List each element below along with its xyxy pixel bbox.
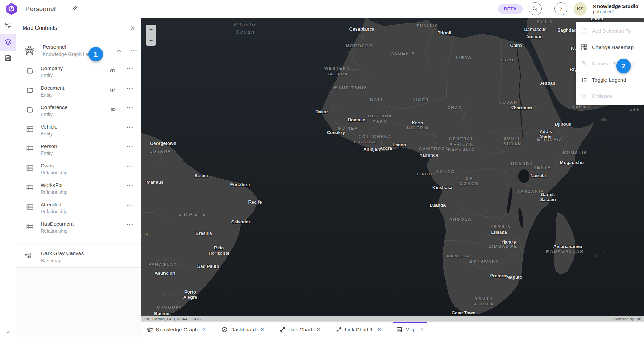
polygon-entity-icon <box>26 86 34 94</box>
map-view[interactable]: Atlantic OceanSeaCasablancaTripoliDamasc… <box>141 18 644 321</box>
layer-options-icon[interactable]: ●●● <box>127 165 133 167</box>
country-label: ALGERIA <box>391 51 415 56</box>
link-chart-icon <box>279 327 285 332</box>
layer-options-icon[interactable]: ●●● <box>127 145 133 148</box>
country-label: CENTRAL AFRICAN REPUBLIC <box>448 136 475 153</box>
layer-options-icon[interactable]: ●●● <box>127 204 133 206</box>
layer-row[interactable]: OwnsRelationship●●● <box>16 160 141 179</box>
layer-options-icon[interactable]: ●●● <box>127 87 133 89</box>
layer-subtitle: Relationship <box>41 170 67 176</box>
country-label: GUINEA <box>338 126 358 131</box>
ocean-label: Sea <box>629 106 640 113</box>
tab-close-icon[interactable]: ✕ <box>260 327 264 332</box>
layer-row[interactable]: ConferenceEntity●●● <box>16 101 141 121</box>
layer-subtitle: Relationship <box>41 209 67 215</box>
basemap-row[interactable]: Dark Gray Canvas Basemap <box>16 246 141 267</box>
layer-options-icon[interactable]: ●●● <box>127 126 133 128</box>
country-label: MOROCCO <box>346 43 373 49</box>
country-label: BOTSWANA <box>469 259 499 264</box>
tab-link-chart-1[interactable]: Link Chart 1✕ <box>336 322 381 337</box>
city-label: Dakar <box>315 109 328 114</box>
city-label: Addis Ababa <box>539 129 553 139</box>
city-label: Lusaka <box>491 230 507 235</box>
country-label: DR CONGO <box>460 176 479 187</box>
help-button[interactable]: ? <box>554 2 567 15</box>
layer-row[interactable]: AttendedRelationship●●● <box>16 199 141 218</box>
table-entity-icon <box>26 125 34 133</box>
tab-close-icon[interactable]: ✕ <box>420 327 424 332</box>
city-label: Mogadishu <box>560 160 584 165</box>
country-label: PARAGUAY <box>148 262 177 268</box>
panel-title: Map Contents <box>23 25 57 31</box>
layer-options-icon[interactable]: ●●● <box>127 106 133 109</box>
collapse-caret-icon[interactable] <box>117 47 121 54</box>
city-label: Brasilia <box>196 231 212 236</box>
city-label: Abidjan <box>363 147 380 152</box>
attribution-sources: Esri, Garmin, FAO, NOAA, USGS <box>144 317 201 321</box>
visibility-eye-icon[interactable] <box>109 87 116 95</box>
city-label: Recife <box>248 199 262 205</box>
table-entity-icon <box>26 203 34 211</box>
layer-options-icon[interactable]: ●●● <box>127 67 133 70</box>
menu-item-add-selection-to: Add Selection To <box>576 23 644 39</box>
map-labels-layer: Atlantic OceanSeaCasablancaTripoliDamasc… <box>141 18 644 321</box>
user-info[interactable]: Knowledge Studio publisher2 <box>593 3 638 14</box>
link-chart-icon <box>336 327 342 332</box>
user-org-name: Knowledge Studio <box>593 3 638 9</box>
tab-label: Knowledge Graph <box>156 327 198 332</box>
layer-row[interactable]: DocumentEntity●●● <box>16 82 141 101</box>
tab-close-icon[interactable]: ✕ <box>377 327 381 332</box>
layer-subtitle: Entity <box>41 73 63 79</box>
country-label: IVIA <box>141 232 149 237</box>
city-label: Luanda <box>430 203 446 208</box>
visibility-eye-icon[interactable] <box>109 106 116 114</box>
rail-item-save-tool[interactable] <box>0 51 16 67</box>
zoom-out-button[interactable]: − <box>146 35 156 46</box>
city-label: Sao Paulo <box>197 264 219 269</box>
menu-item-collapse: Collapse <box>576 88 644 104</box>
tab-map[interactable]: Map✕ <box>396 322 424 337</box>
tab-dashboard[interactable]: Dashboard✕ <box>221 322 264 337</box>
edit-title-icon[interactable] <box>71 5 78 13</box>
avatar[interactable]: KS <box>574 2 587 16</box>
tab-close-icon[interactable]: ✕ <box>317 327 321 332</box>
city-label: Pretoria <box>490 273 507 278</box>
rail-item-link-chart-tool[interactable] <box>0 18 16 34</box>
country-label: BURKINA FASO <box>368 114 392 124</box>
rail-expand-icon[interactable]: » <box>0 328 16 334</box>
group-layer-options-icon[interactable]: ●●● <box>131 49 137 52</box>
rail-item-map-contents-tool[interactable] <box>0 34 16 51</box>
city-label: Amman <box>526 34 543 39</box>
country-label: SUDAN <box>499 100 518 105</box>
layer-row[interactable]: VehicleEntity●●● <box>16 121 141 140</box>
city-label: Nairobi <box>531 173 546 178</box>
table-entity-icon <box>26 145 34 153</box>
tab-link-chart[interactable]: Link Chart✕ <box>279 322 320 337</box>
city-label: Antananarivo <box>553 244 582 249</box>
map-options-context-menu: Add Selection ToChange BasemapRemove Sel… <box>576 22 644 105</box>
visibility-eye-icon[interactable] <box>109 67 116 75</box>
layer-row[interactable]: WorksForRelationship●●● <box>16 179 141 199</box>
city-label: Kano <box>412 120 423 125</box>
polygon-entity-icon <box>26 67 34 75</box>
tab-knowledge-graph[interactable]: Knowledge Graph✕ <box>147 322 206 337</box>
zoom-in-button[interactable]: + <box>146 25 156 35</box>
layer-row[interactable]: HasDocumentRelationship●●● <box>16 218 141 238</box>
layer-row[interactable]: CompanyEntity●●● <box>16 63 141 82</box>
country-label: LIBYA <box>456 55 472 61</box>
tab-close-icon[interactable]: ✕ <box>202 327 206 332</box>
help-icon: ? <box>559 6 562 12</box>
group-layer-row[interactable]: Personnel Knowledge Graph Layer ●●● <box>16 38 141 63</box>
search-button[interactable] <box>529 2 542 15</box>
country-label: MADAGASCAR <box>546 249 584 254</box>
menu-item-toggle-legend[interactable]: Toggle Legend <box>576 72 644 88</box>
panel-header: Map Contents ✕ <box>16 18 141 38</box>
layer-options-icon[interactable]: ●●● <box>127 184 133 187</box>
hierarchy-icon <box>5 22 12 31</box>
layer-options-icon[interactable]: ●●● <box>127 223 133 225</box>
layer-row[interactable]: PersonEntity●●● <box>16 140 141 160</box>
basemap-subtitle: Basemap <box>41 257 84 264</box>
menu-item-label: Change Basemap <box>592 44 634 50</box>
panel-close-icon[interactable]: ✕ <box>130 25 135 31</box>
menu-item-change-basemap[interactable]: Change Basemap <box>576 39 644 55</box>
